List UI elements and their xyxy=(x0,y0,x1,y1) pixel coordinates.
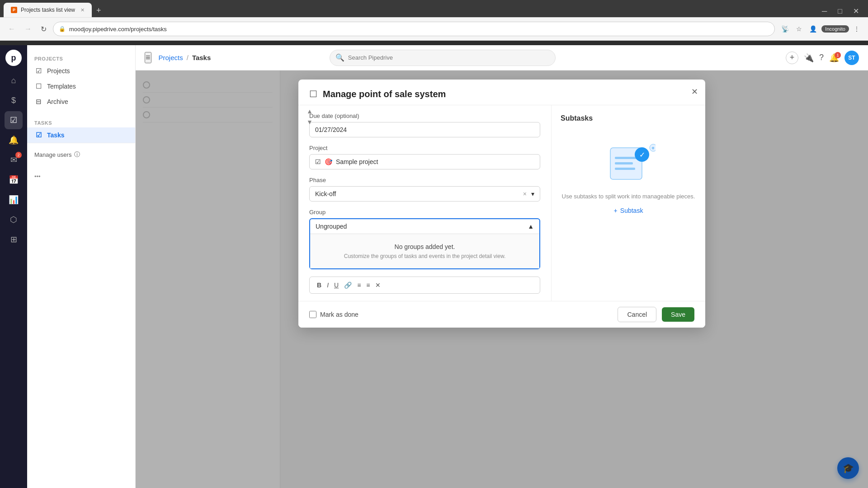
templates-icon: ☐ xyxy=(34,82,42,90)
modal-subtasks-panel: Subtasks ✓ xyxy=(552,105,705,301)
cancel-button[interactable]: Cancel xyxy=(618,307,656,322)
back-btn[interactable]: ← xyxy=(5,23,18,35)
project-task-icon: ☑ xyxy=(315,158,321,165)
user-avatar[interactable]: ST xyxy=(844,51,859,65)
modal-nav-up-btn[interactable]: ▲ xyxy=(306,107,314,116)
project-emoji-icon: 🎯 xyxy=(325,158,332,165)
manage-users-label: Manage users xyxy=(34,151,71,158)
cast-btn[interactable]: 📡 xyxy=(778,23,792,34)
incognito-badge: Incognito xyxy=(821,25,849,33)
due-date-label: Due date (optional) xyxy=(309,113,540,119)
mark-done-checkbox[interactable] xyxy=(309,311,316,318)
breadcrumb: Projects / Tasks xyxy=(159,54,211,61)
left-rail: p ⌂ $ ☑ 🔔 ✉ 2 📅 📊 ⬡ ⊞ xyxy=(0,45,27,488)
profile-btn[interactable]: 👤 xyxy=(807,23,820,34)
group-dropdown-desc: Customize the groups of tasks and events… xyxy=(319,253,530,259)
svg-rect-1 xyxy=(615,157,637,159)
group-value: Ungrouped xyxy=(316,223,347,230)
phase-clear-btn[interactable]: × xyxy=(523,190,527,197)
mark-done-label: Mark as done xyxy=(320,311,359,318)
mark-done-section: Mark as done xyxy=(309,311,359,318)
modal-title: Manage point of sale system xyxy=(323,89,446,99)
header-menu-btn[interactable]: ≡ xyxy=(145,52,151,63)
phase-label: Phase xyxy=(309,177,540,183)
modal-close-btn[interactable]: ✕ xyxy=(691,87,698,97)
group-select[interactable]: Ungrouped ▲ No groups added yet. Customi… xyxy=(309,218,540,269)
sidebar-item-tasks[interactable]: ☑ Tasks xyxy=(27,127,135,143)
window-controls: ─ □ ✕ xyxy=(816,5,864,17)
breadcrumb-parent[interactable]: Projects xyxy=(159,54,183,61)
close-btn[interactable]: ✕ xyxy=(848,5,864,17)
group-arrow-icon: ▲ xyxy=(528,223,534,230)
projects-label: Projects xyxy=(47,67,70,75)
tab-close-btn[interactable]: ✕ xyxy=(80,7,85,13)
modal-form: Due date (optional) Project ☑ 🎯 Sample p… xyxy=(298,105,552,301)
phase-value: Kick-off xyxy=(315,190,336,197)
rail-chart-icon[interactable]: 📊 xyxy=(5,191,23,209)
link-btn[interactable]: 🔗 xyxy=(342,281,354,290)
notification-badge: 1 xyxy=(835,52,841,58)
sidebar: PROJECTS ☑ Projects ☐ Templates ⊟ Archiv… xyxy=(27,45,136,488)
subtasks-title: Subtasks xyxy=(561,114,593,122)
tab-favicon: P xyxy=(11,7,17,13)
italic-btn[interactable]: I xyxy=(325,281,330,290)
modal-nav-down-btn[interactable]: ▼ xyxy=(306,117,314,127)
sidebar-item-archive[interactable]: ⊟ Archive xyxy=(27,94,135,109)
rich-text-toolbar: B I U 🔗 ≡ ≡ ✕ xyxy=(309,277,540,294)
bullet-list-btn[interactable]: ≡ xyxy=(355,281,363,290)
numbered-list-btn[interactable]: ≡ xyxy=(364,281,372,290)
svg-text:✓: ✓ xyxy=(639,151,645,159)
app-logo[interactable]: p xyxy=(5,50,22,66)
maximize-btn[interactable]: □ xyxy=(832,5,848,17)
phase-arrow-icon: ▾ xyxy=(531,190,534,197)
task-modal: ✕ ▲ ▼ ☐ Manage point of sale system xyxy=(298,80,705,328)
project-input[interactable]: ☑ 🎯 Sample project xyxy=(309,154,540,169)
project-value: Sample project xyxy=(336,158,378,165)
rail-home-icon[interactable]: ⌂ xyxy=(5,71,23,89)
rail-tasks-icon[interactable]: ☑ xyxy=(5,111,23,129)
tasks-label: Tasks xyxy=(47,131,65,139)
clear-format-btn[interactable]: ✕ xyxy=(373,281,382,290)
add-subtask-btn[interactable]: + Subtask xyxy=(614,207,643,214)
help-btn[interactable]: ? xyxy=(819,53,824,62)
minimize-btn[interactable]: ─ xyxy=(816,5,832,17)
rail-grid-icon[interactable]: ⊞ xyxy=(5,230,23,249)
due-date-input[interactable] xyxy=(309,122,540,137)
search-input[interactable] xyxy=(348,54,550,61)
active-tab[interactable]: P Projects tasks list view ✕ xyxy=(4,3,92,17)
rail-cube-icon[interactable]: ⬡ xyxy=(5,211,23,229)
header-search[interactable]: 🔍 xyxy=(330,50,556,66)
rail-mail-icon[interactable]: ✉ 2 xyxy=(5,151,23,169)
group-label: Group xyxy=(309,209,540,216)
refresh-btn[interactable]: ↻ xyxy=(38,23,49,35)
save-button[interactable]: Save xyxy=(662,307,694,322)
add-btn[interactable]: + xyxy=(786,52,798,64)
breadcrumb-separator: / xyxy=(187,54,189,61)
sidebar-item-templates[interactable]: ☐ Templates xyxy=(27,79,135,94)
rail-calendar-icon[interactable]: 📅 xyxy=(5,171,23,189)
search-icon: 🔍 xyxy=(335,53,344,62)
rail-dollar-icon[interactable]: $ xyxy=(5,91,23,109)
underline-btn[interactable]: U xyxy=(332,281,340,290)
group-dropdown-title: No groups added yet. xyxy=(319,243,530,250)
sidebar-item-projects[interactable]: ☑ Projects xyxy=(27,63,135,79)
bookmark-btn[interactable]: ☆ xyxy=(793,23,805,34)
modal-title-icon: ☐ xyxy=(309,89,317,99)
archive-label: Archive xyxy=(47,98,68,105)
add-subtask-label: Subtask xyxy=(620,207,643,214)
plugin-btn[interactable]: 🔌 xyxy=(804,53,814,63)
extensions-btn[interactable]: ⋮ xyxy=(851,23,863,34)
manage-users-section[interactable]: Manage users ⓘ xyxy=(27,143,135,166)
address-bar[interactable]: 🔒 moodjoy.pipedrive.com/projects/tasks xyxy=(53,22,775,36)
svg-rect-3 xyxy=(615,168,635,170)
tasks-sidebar-icon: ☑ xyxy=(34,131,42,139)
lock-icon: 🔒 xyxy=(59,26,66,32)
notification-btn[interactable]: 🔔 1 xyxy=(829,53,839,63)
group-select-header[interactable]: Ungrouped ▲ xyxy=(310,219,539,234)
forward-btn[interactable]: → xyxy=(22,23,34,35)
more-options[interactable]: ••• xyxy=(27,169,135,183)
phase-select[interactable]: Kick-off × ▾ xyxy=(309,186,540,202)
rail-bell-icon[interactable]: 🔔 xyxy=(5,131,23,149)
new-tab-button[interactable]: + xyxy=(93,4,105,17)
bold-btn[interactable]: B xyxy=(315,281,323,290)
